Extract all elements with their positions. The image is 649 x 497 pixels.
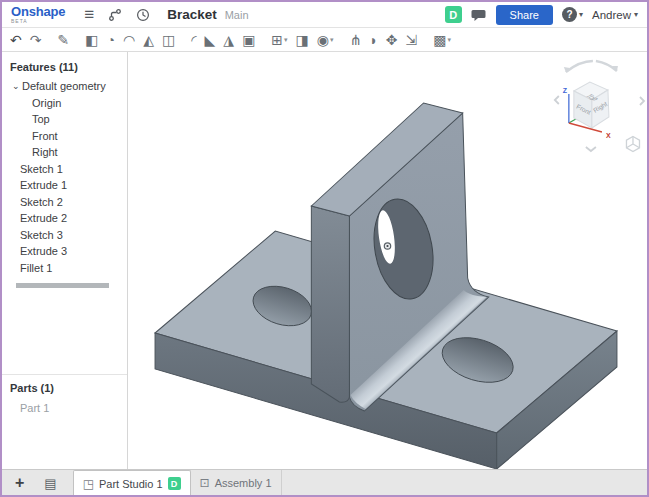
- help-caret-icon: ▾: [579, 10, 583, 19]
- feature-list-panel: Features (11) ⌄ Default geometry Origin: [2, 52, 128, 469]
- top-bar: Onshape BETA ≡ Bracket Main D Share ? ▾ …: [2, 2, 647, 28]
- rotate-left-arrow-icon: [566, 61, 593, 72]
- feature-item[interactable]: Origin: [2, 95, 127, 112]
- document-badge: D: [445, 6, 462, 23]
- versions-branch-icon[interactable]: [108, 8, 122, 22]
- feature-item[interactable]: Fillet 1: [2, 260, 127, 277]
- axis-z-label: Z: [563, 87, 568, 94]
- origin-marker[interactable]: [384, 243, 390, 249]
- feature-toolbar: ↶ ↷ ✎: [2, 28, 647, 52]
- dropdown-caret-icon[interactable]: ▾: [284, 36, 288, 43]
- feature-item[interactable]: Sketch 1: [2, 161, 127, 178]
- rotate-view-down-icon: [586, 147, 596, 151]
- part-item[interactable]: Part 1: [2, 399, 127, 416]
- feature-item[interactable]: Sketch 3: [2, 227, 127, 244]
- chevron-down-icon[interactable]: ⌄: [12, 81, 22, 91]
- workspace-name[interactable]: Main: [225, 9, 249, 21]
- draft-icon[interactable]: ◮: [223, 33, 234, 47]
- comments-icon[interactable]: [471, 8, 487, 22]
- sketch-icon[interactable]: ✎: [57, 33, 69, 47]
- extrude-icon[interactable]: ◧: [85, 33, 98, 47]
- view-cube[interactable]: Top Front Right Z X: [555, 61, 644, 152]
- main-area: Features (11) ⌄ Default geometry Origin: [2, 52, 647, 469]
- document-title: Bracket: [167, 7, 217, 22]
- rotate-view-left-icon: [555, 96, 559, 104]
- feature-item[interactable]: Front: [2, 128, 127, 145]
- user-menu[interactable]: Andrew ▾: [592, 9, 638, 21]
- add-tab-button[interactable]: +: [15, 475, 24, 491]
- appearance-icon[interactable]: ▩ ▾: [433, 33, 451, 47]
- undo-icon[interactable]: ↶: [10, 33, 22, 47]
- feature-item[interactable]: Extrude 3: [2, 243, 127, 260]
- modify-fillet-icon[interactable]: ◗: [369, 33, 377, 47]
- dropdown-caret-icon[interactable]: ▾: [447, 36, 451, 43]
- user-caret-icon: ▾: [634, 10, 638, 19]
- document-tab-bar: + ▤ ◳ Part Studio 1 D ⊡ Assembly 1: [2, 469, 647, 496]
- onshape-logo[interactable]: Onshape BETA: [11, 5, 65, 24]
- features-header: Features (11): [10, 61, 127, 73]
- document-tab[interactable]: ⊡ Assembly 1: [191, 470, 282, 496]
- transform-icon[interactable]: ⇲: [406, 33, 418, 47]
- parts-header: Parts (1): [10, 382, 127, 394]
- rib-icon[interactable]: ◫: [162, 33, 175, 47]
- dropdown-caret-icon[interactable]: ▾: [330, 36, 334, 43]
- parts-region: Parts (1) Part 1: [2, 374, 127, 416]
- linear-pattern-icon[interactable]: ⊞ ▾: [271, 33, 287, 47]
- tab-type-icon: ◳: [83, 477, 94, 491]
- feature-item[interactable]: ⌄ Default geometry: [2, 78, 127, 95]
- tab-list-icon[interactable]: ▤: [44, 477, 56, 490]
- feature-item[interactable]: Extrude 1: [2, 177, 127, 194]
- bracket-3d-model[interactable]: Top Front Right Z X: [128, 52, 647, 469]
- graphics-viewport[interactable]: Top Front Right Z X: [128, 52, 647, 469]
- feature-item[interactable]: Right: [2, 144, 127, 161]
- revolve-icon[interactable]: ◔: [106, 33, 114, 47]
- shell-icon[interactable]: ▣: [242, 33, 255, 47]
- mirror-icon[interactable]: ◨: [296, 33, 309, 47]
- rollback-bar[interactable]: [16, 283, 109, 288]
- chamfer-icon[interactable]: ◣: [205, 33, 216, 47]
- fillet-icon[interactable]: ◜: [191, 33, 196, 47]
- help-menu[interactable]: ? ▾: [562, 7, 583, 22]
- feature-item[interactable]: Extrude 2: [2, 210, 127, 227]
- user-name: Andrew: [592, 9, 631, 21]
- boolean-icon[interactable]: ◉ ▾: [317, 33, 334, 47]
- sweep-icon[interactable]: ◠: [123, 33, 135, 47]
- redo-icon[interactable]: ↷: [30, 33, 42, 47]
- feature-item[interactable]: Sketch 2: [2, 194, 127, 211]
- share-button[interactable]: Share: [496, 5, 553, 25]
- split-icon[interactable]: ⋔: [350, 33, 362, 47]
- help-icon: ?: [562, 7, 577, 22]
- tab-badge: D: [168, 477, 181, 490]
- isometric-view-icon[interactable]: [626, 137, 639, 152]
- document-tab[interactable]: ◳ Part Studio 1 D: [73, 470, 191, 496]
- move-face-icon[interactable]: ✥: [386, 33, 398, 47]
- history-clock-icon[interactable]: [136, 8, 150, 22]
- onshape-app-window: { "colors": {"brand":"#2b5fc7","share":"…: [0, 0, 649, 497]
- tab-type-icon: ⊡: [200, 476, 210, 490]
- feature-item[interactable]: Top: [2, 111, 127, 128]
- rotate-view-right-icon: [640, 97, 644, 105]
- loft-icon[interactable]: ◭: [143, 33, 154, 47]
- axis-x-label: X: [606, 132, 611, 139]
- main-menu-icon[interactable]: ≡: [84, 5, 94, 25]
- features-region: Features (11) ⌄ Default geometry Origin: [2, 52, 127, 374]
